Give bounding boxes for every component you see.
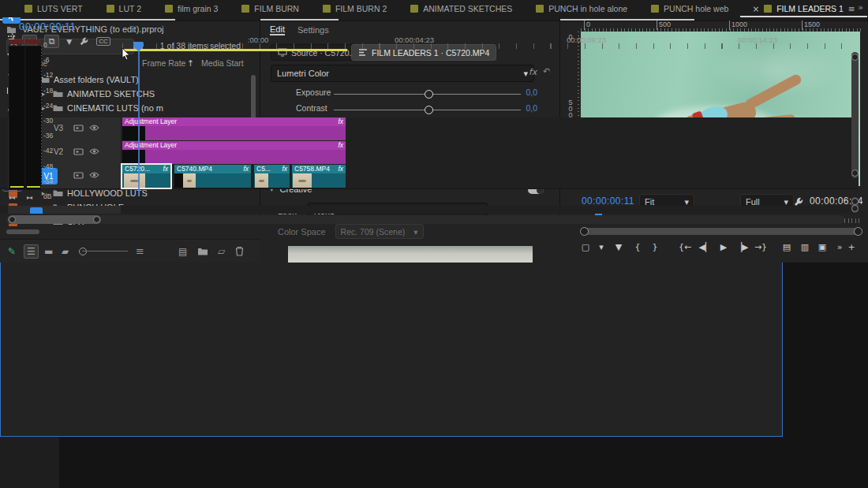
timeline-clip[interactable]: C5740.MP4fx (174, 165, 251, 188)
sequence-tab[interactable]: × PUNCH hole web ≡ (639, 0, 740, 17)
meter-scale-label: -6 (43, 56, 50, 64)
tab-overflow-icon[interactable]: » (858, 2, 863, 13)
timecode-label: :00:00 (248, 35, 268, 44)
timeline-clip[interactable]: C5758.MP4fx (292, 165, 346, 188)
meter-scale-label: -42 (43, 147, 53, 155)
clip-fx-badge[interactable]: fx (338, 165, 343, 173)
clip-fx-badge[interactable]: fx (163, 165, 168, 173)
video-track-v2: V2 Adjustment Layerfx (0, 141, 859, 166)
audio-track-a1-partial (0, 206, 859, 214)
captions-button[interactable]: CC (96, 37, 110, 46)
sequence-icon (24, 5, 32, 13)
track-output-eye-icon[interactable] (89, 147, 99, 155)
clip-fx-badge[interactable]: fx (243, 165, 249, 173)
sequence-icon (764, 5, 772, 13)
clip-fx-badge[interactable]: fx (338, 117, 343, 126)
clip-fx-badge[interactable]: fx (338, 141, 343, 150)
close-tab-icon[interactable]: × (752, 4, 759, 13)
clip-fx-badge[interactable]: fx (282, 165, 287, 173)
video-track-v3: V1 V3 Adjustment (0, 117, 859, 142)
scrollbar-left-knob[interactable] (9, 216, 16, 223)
sequence-tab[interactable]: × LUTS VERT ≡ (13, 0, 95, 17)
meter-scale-label: dB (43, 192, 51, 200)
timecode-label: 00:00:09:23 (567, 35, 606, 44)
meter-scale-label: -30 (43, 117, 53, 125)
sequence-icon (165, 5, 173, 13)
timeline-playhead-line (138, 50, 140, 196)
timeline-tabbar: × LUTS VERT ≡ × LUT 2 ≡ × film grain 3 (0, 0, 868, 17)
timeline-clip[interactable]: C5...fx (254, 165, 290, 188)
sync-lock-icon[interactable] (73, 171, 84, 180)
timecode-label: 00:00:14:23 (738, 35, 777, 44)
clip-indicator-left[interactable] (9, 39, 24, 44)
sequence-icon (241, 5, 249, 13)
sequence-tab[interactable]: × ANIMATED SKETCHES ≡ (398, 0, 524, 17)
sequence-tab[interactable]: × FILM BURN ≡ (230, 0, 311, 17)
sequence-icon (536, 5, 544, 13)
scrollbar-thumb[interactable] (8, 215, 101, 224)
audio-scroll-knob[interactable] (851, 197, 859, 213)
meter-scale-label: -48 (43, 162, 53, 170)
meter-scale-label: -54 (43, 177, 53, 185)
track-output-eye-icon[interactable] (89, 124, 99, 132)
panel-menu-icon[interactable]: ≡ (848, 4, 855, 13)
timeline-current-timecode[interactable]: 00:00:00:11 (19, 20, 76, 32)
sequence-tab[interactable]: × film grain 3 ≡ (153, 0, 230, 17)
premiere-pro-app: Project: VAULT EVERYTHING (to edit) ≡ Ef… (0, 0, 868, 488)
timeline-panel: × LUTS VERT ≡ × LUT 2 ≡ × film grain 3 (0, 223, 783, 437)
sequence-tab[interactable]: × FILM LEADERS 1 ≡ (740, 0, 866, 17)
sequence-icon (410, 5, 418, 13)
timeline-horizontal-scrollbar[interactable] (6, 215, 844, 224)
track-output-eye-icon[interactable] (89, 171, 99, 179)
meter-scale-label: -18 (43, 87, 53, 95)
timeline-vertical-scrollbar[interactable] (851, 52, 859, 178)
clip-thumbnail (183, 173, 196, 188)
sequence-tab[interactable]: × PUNCH in hole alone ≡ (524, 0, 639, 17)
clip-indicator-right[interactable] (25, 39, 40, 44)
meter-scale: 0-6-12-18-24-30-36-42-48-54dB (43, 41, 58, 200)
timeline-clip[interactable]: C5720...fx (122, 165, 170, 188)
scrollbar-bottom-knob[interactable] (851, 169, 859, 177)
meter-scale-label: -36 (43, 132, 53, 140)
solo-left-icon[interactable]: ▸◂ (9, 194, 14, 201)
sequence-tab[interactable]: × LUT 2 ≡ (95, 0, 153, 17)
solo-right-icon[interactable]: ▸◂ (27, 194, 32, 201)
audio-meter-right (25, 46, 42, 190)
meter-scale-label: -12 (43, 71, 53, 79)
sequence-tab[interactable]: × FILM BURN 2 ≡ (311, 0, 398, 17)
timeline-clip[interactable]: Adjustment Layerfx (122, 117, 346, 140)
timeline-clip[interactable]: Adjustment Layerfx (122, 141, 346, 164)
meter-tick-marks (41, 46, 42, 188)
clip-thumbnail (255, 173, 268, 188)
timecode-label: 00:00:04:23 (395, 35, 434, 44)
sync-lock-icon[interactable] (73, 147, 84, 156)
meter-scale-label: -24 (43, 102, 53, 110)
scrollbar-right-knob[interactable] (93, 216, 100, 223)
sync-lock-icon[interactable] (73, 124, 84, 132)
scrollbar-top-knob[interactable] (851, 54, 859, 61)
video-track-v1: V1 C5720...fx (0, 165, 859, 189)
clip-thumbnail (124, 173, 145, 188)
clip-thumbnail (293, 173, 312, 188)
work-area-bar[interactable] (122, 49, 347, 51)
timeline-settings-wrench-icon[interactable] (79, 36, 89, 47)
audio-meter-left (9, 46, 25, 190)
mouse-cursor (122, 47, 131, 60)
timeline-ruler[interactable]: :00:0000:00:04:2300:00:09:2300:00:14:23 (122, 34, 859, 49)
sequence-icon (107, 5, 114, 13)
track-target-badge-a1[interactable] (30, 207, 43, 214)
add-marker-button[interactable]: ▼ (66, 38, 72, 46)
sequence-icon (323, 5, 331, 13)
sequence-icon (651, 5, 659, 13)
meter-scale-label: 0 (43, 41, 47, 49)
